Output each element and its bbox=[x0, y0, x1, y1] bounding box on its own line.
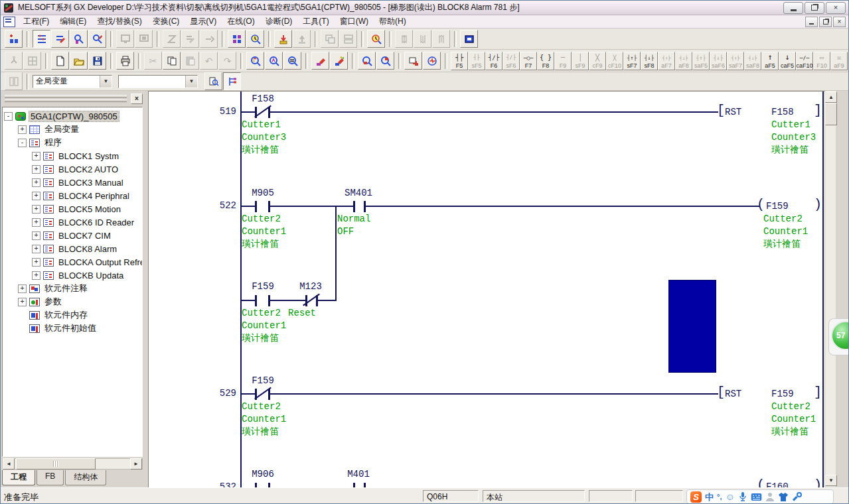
ladder-symbol-button[interactable]: F6 bbox=[485, 52, 502, 70]
emoji-icon[interactable]: ☺ bbox=[725, 492, 734, 501]
write-to-plc-button[interactable] bbox=[274, 30, 292, 48]
new-project-button[interactable] bbox=[51, 52, 69, 70]
menu-item[interactable]: 查找/替换(S) bbox=[92, 15, 147, 29]
tree-expander[interactable] bbox=[18, 324, 27, 333]
tree-expander[interactable]: - bbox=[4, 112, 13, 121]
project-tree-button[interactable] bbox=[5, 52, 23, 70]
cut-button[interactable]: ✂ bbox=[144, 52, 162, 70]
toolbox-wrench-icon[interactable] bbox=[792, 492, 802, 502]
variable-scope-combobox[interactable]: 全局变量 ▼ bbox=[33, 75, 112, 88]
label-program-button[interactable] bbox=[204, 72, 222, 90]
tree-expander[interactable]: + bbox=[32, 258, 40, 267]
sogou-logo-icon[interactable]: S bbox=[690, 491, 702, 503]
ladder-symbol-button[interactable]: sF7 bbox=[623, 52, 641, 70]
monitor-mode-button[interactable] bbox=[116, 30, 134, 48]
tree-expander[interactable]: + bbox=[32, 245, 40, 253]
ladder-editor[interactable]: 519 F158 Cutter1 Counter3 璜计襘笛 [ RST F15… bbox=[148, 91, 824, 487]
label-filter-combobox[interactable]: ▼ bbox=[118, 75, 198, 88]
tree-expander[interactable]: - bbox=[18, 139, 27, 147]
find-edit-button[interactable] bbox=[88, 30, 106, 48]
ladder-symbol-button[interactable]: aF7 bbox=[658, 52, 675, 70]
find-contact-button[interactable] bbox=[70, 30, 88, 48]
tree-item[interactable]: + BLOCK2 AUTO bbox=[31, 162, 142, 176]
menu-item[interactable]: 显示(V) bbox=[185, 15, 222, 29]
entry-data-monitor-button[interactable] bbox=[367, 30, 385, 48]
ladder-symbol-button[interactable]: aF9 bbox=[830, 52, 848, 70]
replace-string-button[interactable] bbox=[330, 52, 348, 70]
edit-cursor[interactable] bbox=[668, 280, 716, 373]
online-device-test-button[interactable] bbox=[163, 30, 181, 48]
ladder-monitor-window-button[interactable] bbox=[460, 30, 478, 48]
online-change-button[interactable] bbox=[200, 30, 218, 48]
undo-button[interactable]: ↶ bbox=[200, 52, 218, 70]
tree-item[interactable]: + BLOCK4 Periphral bbox=[31, 189, 142, 202]
find-string-button[interactable] bbox=[283, 52, 301, 70]
scroll-left-arrow[interactable]: ◄ bbox=[3, 458, 15, 470]
online-edit-button[interactable] bbox=[181, 30, 199, 48]
tree-expander[interactable]: + bbox=[32, 231, 40, 240]
tree-item[interactable]: + BLOCKA Output Refre bbox=[31, 255, 142, 269]
chevron-down-icon[interactable]: ▼ bbox=[100, 76, 112, 88]
ladder-vertical-scrollbar[interactable]: ▲ ▼ bbox=[824, 91, 836, 487]
menu-item[interactable]: 帮助(H) bbox=[374, 15, 412, 29]
scroll-right-arrow[interactable]: ► bbox=[130, 458, 142, 470]
ime-punctuation-toggle[interactable]: °, bbox=[717, 493, 722, 501]
tree-expander[interactable] bbox=[18, 311, 27, 320]
menu-item[interactable]: 诊断(D) bbox=[260, 15, 298, 29]
circuit-check-button[interactable] bbox=[423, 52, 441, 70]
login-person-icon[interactable] bbox=[765, 492, 775, 502]
sidebar-tab[interactable]: FB bbox=[37, 470, 64, 485]
sampling-trace-button[interactable] bbox=[246, 30, 264, 48]
tree-item[interactable]: + BLOCK5 Motion bbox=[31, 202, 142, 216]
chevron-down-icon[interactable]: ▼ bbox=[185, 76, 197, 88]
tree-expander[interactable]: + bbox=[32, 152, 40, 160]
ladder-symbol-button[interactable]: sF5 bbox=[468, 52, 485, 70]
microphone-icon[interactable] bbox=[738, 491, 747, 502]
child-restore-button[interactable] bbox=[819, 17, 832, 27]
tree-expander[interactable]: + bbox=[18, 298, 27, 306]
tree-expander[interactable]: + bbox=[32, 165, 40, 174]
scaling-down-button[interactable] bbox=[432, 30, 450, 48]
ladder-symbol-button[interactable]: F9 bbox=[554, 52, 572, 70]
tree-expander[interactable]: + bbox=[18, 125, 27, 134]
device-batch-monitor-button[interactable] bbox=[228, 30, 246, 48]
scrollbar-thumb[interactable] bbox=[16, 458, 96, 470]
ladder-symbol-button[interactable]: F10 bbox=[813, 52, 830, 70]
close-button[interactable]: × bbox=[826, 2, 846, 14]
tree-expander[interactable]: + bbox=[32, 192, 40, 200]
scroll-down-arrow[interactable]: ▼ bbox=[825, 475, 837, 486]
sidebar-close-button[interactable]: × bbox=[131, 94, 143, 104]
ladder-symbol-button[interactable]: sF9 bbox=[572, 52, 589, 70]
sidebar-horizontal-scrollbar[interactable]: ◄ ► bbox=[2, 458, 143, 470]
sidebar-grip[interactable] bbox=[5, 99, 127, 102]
open-project-button[interactable] bbox=[70, 52, 88, 70]
tree-item[interactable]: + BLOCK3 Manual bbox=[31, 176, 142, 189]
ladder-symbol-button[interactable]: F5 bbox=[451, 52, 468, 70]
menu-item[interactable]: 在线(O) bbox=[222, 15, 260, 29]
ladder-symbol-button[interactable]: saF6 bbox=[710, 52, 727, 70]
tree-item[interactable]: + BLOCK7 CIM bbox=[31, 229, 142, 242]
sidebar-tab[interactable]: 工程 bbox=[2, 470, 35, 485]
tree-item[interactable]: 软元件内存 bbox=[17, 308, 142, 322]
ladder-symbol-button[interactable]: caF10 bbox=[796, 52, 813, 70]
paste-button[interactable] bbox=[181, 52, 199, 70]
tile-windows-button[interactable] bbox=[339, 30, 357, 48]
tree-item[interactable]: 软元件初始值 bbox=[17, 322, 142, 335]
keyboard-icon[interactable] bbox=[751, 493, 762, 501]
save-project-button[interactable] bbox=[88, 52, 106, 70]
sidebar-grip[interactable] bbox=[5, 95, 127, 98]
read-from-plc-button[interactable] bbox=[293, 30, 311, 48]
replace-device-button[interactable] bbox=[311, 52, 329, 70]
tree-expander[interactable]: + bbox=[32, 271, 40, 280]
label-ladder-button[interactable] bbox=[223, 72, 241, 90]
ladder-symbol-button[interactable]: F8 bbox=[537, 52, 554, 70]
tree-item[interactable]: + BLOCK6 ID Reader bbox=[31, 216, 142, 229]
tree-expander[interactable]: + bbox=[32, 178, 40, 187]
minimize-button[interactable] bbox=[783, 2, 803, 14]
child-window-icon[interactable] bbox=[3, 17, 15, 27]
menu-item[interactable]: 窗口(W) bbox=[335, 15, 374, 29]
project-data-list-button[interactable] bbox=[33, 30, 50, 48]
comment-display-button[interactable] bbox=[23, 52, 41, 70]
scroll-up-arrow[interactable]: ▲ bbox=[825, 92, 837, 103]
menu-item[interactable]: 编辑(E) bbox=[54, 15, 92, 29]
